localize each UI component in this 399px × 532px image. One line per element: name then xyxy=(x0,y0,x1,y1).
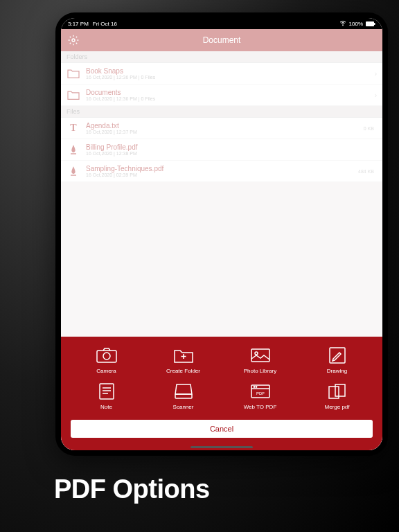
svg-rect-1 xyxy=(366,21,374,26)
chevron-right-icon: › xyxy=(375,70,377,78)
file-name: Sampling-Techniques.pdf xyxy=(86,165,358,172)
action-label: Drawing xyxy=(327,368,347,374)
svg-point-13 xyxy=(256,387,256,387)
action-label: Web TO PDF xyxy=(244,404,277,410)
tablet-frame: 3:17 PM Fri Oct 16 100% Document Folders xyxy=(55,12,388,456)
action-create-folder[interactable]: Create Folder xyxy=(148,346,219,374)
action-label: Photo Library xyxy=(244,368,277,374)
folder-name: Book Snaps xyxy=(86,67,375,75)
action-merge-pdf[interactable]: Merge pdf xyxy=(301,382,373,410)
file-size: 484 KB xyxy=(358,169,374,174)
file-name: Billing Profile.pdf xyxy=(86,143,374,151)
svg-point-7 xyxy=(255,352,258,355)
web-pdf-icon: PDF xyxy=(249,382,272,400)
folder-row[interactable]: Documents 16 Oct,2020 | 12:36 PM | 0 Fil… xyxy=(61,85,382,106)
action-scanner[interactable]: Scanner xyxy=(148,382,219,410)
action-note[interactable]: Note xyxy=(71,382,142,410)
folder-icon xyxy=(66,66,80,80)
action-drawing[interactable]: Drawing xyxy=(301,346,373,374)
action-label: Merge pdf xyxy=(324,404,349,410)
marketing-caption: PDF Options xyxy=(54,475,210,504)
folder-plus-icon xyxy=(172,346,195,364)
wifi-icon xyxy=(339,21,346,26)
status-date: Fri Oct 16 xyxy=(93,21,117,27)
file-size: 0 KB xyxy=(364,126,374,131)
action-label: Camera xyxy=(96,368,116,374)
scanner-icon xyxy=(172,382,195,400)
battery-icon xyxy=(366,21,375,26)
merge-icon xyxy=(326,382,348,400)
action-label: Note xyxy=(100,404,112,410)
section-folders: Folders xyxy=(61,51,382,63)
svg-point-12 xyxy=(254,387,254,387)
nav-bar: Document xyxy=(61,29,382,51)
action-web-to-pdf[interactable]: PDF Web TO PDF xyxy=(224,382,296,410)
screen: 3:17 PM Fri Oct 16 100% Document Folders xyxy=(61,18,382,450)
folder-row[interactable]: Book Snaps 16 Oct,2020 | 12:36 PM | 0 Fi… xyxy=(61,63,382,85)
file-row[interactable]: T Agenda.txt 16 Oct,2020 | 12:37 PM 0 KB xyxy=(61,118,382,139)
svg-rect-9 xyxy=(100,384,114,399)
svg-point-3 xyxy=(72,39,75,42)
file-meta: 16 Oct,2020 | 12:38 PM xyxy=(86,151,374,156)
pencil-icon xyxy=(326,346,348,364)
svg-point-5 xyxy=(103,353,110,360)
action-label: Scanner xyxy=(173,404,194,410)
folder-meta: 16 Oct,2020 | 12:36 PM | 0 Files xyxy=(86,96,375,101)
file-meta: 16 Oct,2020 | 12:37 PM xyxy=(86,130,364,134)
file-row[interactable]: Sampling-Techniques.pdf 16 Oct,2020 | 02… xyxy=(61,161,382,182)
svg-point-0 xyxy=(342,25,344,26)
status-battery-pct: 100% xyxy=(349,21,363,27)
chevron-right-icon: › xyxy=(375,91,377,99)
action-sheet: Camera Create Folder Photo Library xyxy=(61,337,382,450)
note-icon xyxy=(96,382,118,400)
file-row[interactable]: Billing Profile.pdf 16 Oct,2020 | 12:38 … xyxy=(61,139,382,161)
folder-name: Documents xyxy=(86,89,375,96)
status-time: 3:17 PM xyxy=(68,21,89,27)
nav-title: Document xyxy=(203,35,241,45)
svg-rect-6 xyxy=(251,349,269,362)
cancel-button[interactable]: Cancel xyxy=(71,420,373,438)
camera-icon xyxy=(96,346,118,364)
home-indicator[interactable] xyxy=(190,446,253,448)
folder-meta: 16 Oct,2020 | 12:36 PM | 0 Files xyxy=(86,75,375,80)
file-meta: 16 Oct,2020 | 02:39 PM xyxy=(86,172,358,177)
file-name: Agenda.txt xyxy=(86,122,364,130)
pdf-file-icon xyxy=(66,143,80,157)
folder-icon xyxy=(66,88,80,102)
gear-icon[interactable] xyxy=(68,35,79,46)
section-files: Files xyxy=(61,106,382,118)
action-camera[interactable]: Camera xyxy=(71,346,142,374)
action-label: Create Folder xyxy=(166,368,200,374)
svg-rect-10 xyxy=(175,394,192,398)
status-bar: 3:17 PM Fri Oct 16 100% xyxy=(61,18,382,29)
action-photo-library[interactable]: Photo Library xyxy=(224,346,296,374)
pdf-file-icon xyxy=(66,164,80,178)
photo-icon xyxy=(249,346,272,364)
svg-text:PDF: PDF xyxy=(256,391,265,396)
text-file-icon: T xyxy=(66,121,80,135)
svg-rect-2 xyxy=(374,23,375,25)
